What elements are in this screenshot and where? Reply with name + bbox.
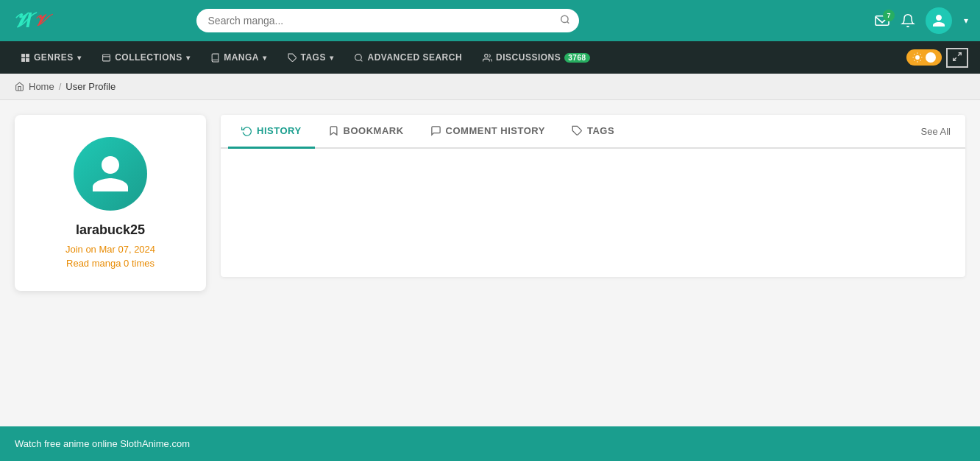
profile-card: larabuck25 Join on Mar 07, 2024 Read man… xyxy=(15,115,206,291)
profile-join-date: Join on Mar 07, 2024 xyxy=(65,244,155,255)
nav-right xyxy=(906,48,968,68)
tab-bookmark[interactable]: BOOKMARK xyxy=(315,115,417,149)
footer: Watch free anime online SlothAnime.com xyxy=(0,426,980,461)
tags-arrow: ▾ xyxy=(330,54,334,62)
logo-text-green: 𝒱l xyxy=(12,9,32,33)
discussions-badge: 3768 xyxy=(564,53,589,63)
tabs-section: HISTORY BOOKMARK COMMENT HISTORY xyxy=(221,115,965,277)
profile-username: larabuck25 xyxy=(76,222,145,238)
header-right: 7 ▾ xyxy=(874,7,968,34)
svg-rect-7 xyxy=(103,54,110,61)
nav-item-advanced-search[interactable]: ADVANCED SEARCH xyxy=(345,41,471,74)
avatar xyxy=(74,137,147,211)
svg-point-12 xyxy=(485,54,488,57)
nav-item-tags[interactable]: TAGS ▾ xyxy=(279,41,343,74)
see-all-link[interactable]: See All xyxy=(914,116,958,147)
tab-comment-history-label: COMMENT HISTORY xyxy=(446,125,545,136)
logo[interactable]: 𝒱l 𝒱 xyxy=(12,9,44,33)
footer-text: Watch free anime online SlothAnime.com xyxy=(15,438,190,449)
header: 𝒱l 𝒱 7 ▾ xyxy=(0,0,980,41)
svg-rect-5 xyxy=(21,58,25,62)
svg-point-13 xyxy=(915,55,920,60)
search-bar xyxy=(196,9,579,32)
nav-collections-label: COLLECTIONS xyxy=(115,52,182,63)
nav-item-genres[interactable]: GENRES ▾ xyxy=(12,41,90,74)
theme-toggle[interactable] xyxy=(906,49,942,66)
tab-tags-label: TAGS xyxy=(587,125,614,136)
manga-arrow: ▾ xyxy=(263,54,267,62)
svg-point-0 xyxy=(561,15,567,22)
breadcrumb-current: User Profile xyxy=(65,81,116,92)
tabs-content xyxy=(221,149,965,259)
tabs-header: HISTORY BOOKMARK COMMENT HISTORY xyxy=(221,115,965,149)
logo-text-red: 𝒱 xyxy=(33,11,44,30)
tab-comment-history[interactable]: COMMENT HISTORY xyxy=(417,115,558,149)
search-button[interactable] xyxy=(560,15,570,27)
search-input[interactable] xyxy=(196,9,579,32)
nav-item-discussions[interactable]: DISCUSSIONS 3768 xyxy=(474,41,598,74)
genres-arrow: ▾ xyxy=(77,54,82,62)
svg-rect-6 xyxy=(26,58,29,62)
breadcrumb: Home / User Profile xyxy=(0,74,980,100)
nav-genres-label: GENRES xyxy=(34,52,74,63)
tab-tags[interactable]: TAGS xyxy=(558,115,628,149)
profile-read-count: Read manga 0 times xyxy=(66,258,155,269)
mail-badge: 7 xyxy=(883,10,895,21)
svg-line-1 xyxy=(567,21,569,24)
nav-item-collections[interactable]: COLLECTIONS ▾ xyxy=(93,41,199,74)
svg-rect-4 xyxy=(26,54,29,57)
breadcrumb-home[interactable]: Home xyxy=(29,81,54,92)
breadcrumb-separator: / xyxy=(59,81,62,92)
collections-arrow: ▾ xyxy=(186,54,191,62)
tab-history[interactable]: HISTORY xyxy=(228,115,315,149)
avatar-button[interactable] xyxy=(926,7,952,34)
nav-tags-label: TAGS xyxy=(301,52,326,63)
tab-bookmark-label: BOOKMARK xyxy=(344,125,404,136)
fullscreen-button[interactable] xyxy=(946,48,968,68)
tab-history-label: HISTORY xyxy=(257,125,302,136)
nav: GENRES ▾ COLLECTIONS ▾ MANGA ▾ TAGS ▾ AD… xyxy=(0,41,980,74)
nav-advanced-search-label: ADVANCED SEARCH xyxy=(367,52,462,63)
nav-item-manga[interactable]: MANGA ▾ xyxy=(202,41,275,74)
svg-line-16 xyxy=(914,54,915,54)
svg-line-21 xyxy=(920,54,921,54)
avatar-dropdown-arrow[interactable]: ▾ xyxy=(964,15,968,26)
svg-line-11 xyxy=(361,60,362,61)
svg-rect-3 xyxy=(21,54,25,57)
nav-discussions-label: DISCUSSIONS xyxy=(496,52,561,63)
avatar-icon xyxy=(88,152,132,196)
notification-button[interactable] xyxy=(901,13,915,29)
svg-line-17 xyxy=(920,60,921,61)
svg-line-20 xyxy=(914,60,915,61)
toggle-dot xyxy=(926,52,936,63)
svg-point-10 xyxy=(355,54,362,60)
mail-button[interactable]: 7 xyxy=(874,14,890,27)
main-content: larabuck25 Join on Mar 07, 2024 Read man… xyxy=(0,100,980,380)
nav-manga-label: MANGA xyxy=(224,52,259,63)
